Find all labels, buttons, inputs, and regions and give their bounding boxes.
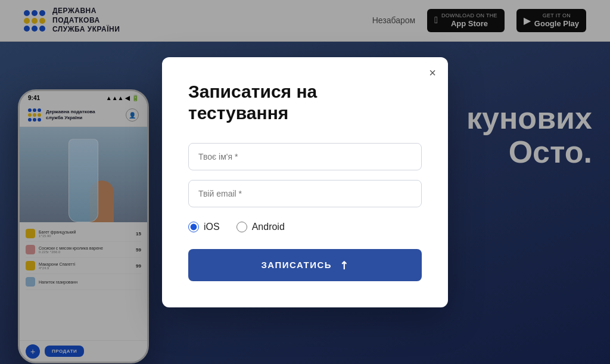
arrow-icon: ↗ [336,257,352,273]
modal-dialog: × Записатися на тестування iOS Android З… [162,57,448,307]
modal-title: Записатися на тестування [188,81,422,124]
email-input[interactable] [188,180,422,207]
ios-label: iOS [204,222,220,232]
android-label: Android [252,222,285,232]
android-radio-label[interactable]: Android [236,222,285,232]
name-input[interactable] [188,143,422,170]
platform-radio-group: iOS Android [188,222,422,232]
modal-overlay[interactable]: × Записатися на тестування iOS Android З… [0,0,610,364]
modal-close-button[interactable]: × [429,67,436,79]
ios-radio-label[interactable]: iOS [188,222,220,232]
ios-radio-input[interactable] [188,222,199,232]
submit-label: ЗАПИСАТИСЬ [261,260,332,270]
android-radio-input[interactable] [236,222,247,232]
submit-button[interactable]: ЗАПИСАТИСЬ ↗ [188,249,422,281]
